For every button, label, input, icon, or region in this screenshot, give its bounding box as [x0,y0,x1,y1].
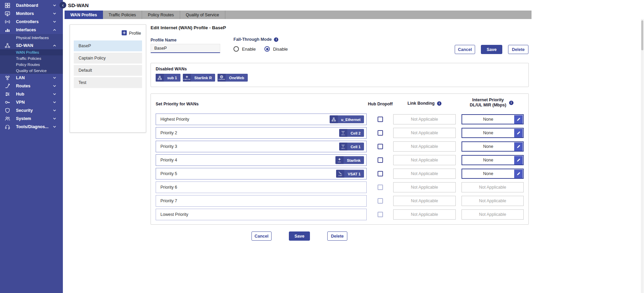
wan-chip-sub1[interactable]: sub 1 [156,74,180,82]
vpn-icon [5,100,10,105]
cancel-button[interactable]: Cancel [455,45,475,54]
profile-list-item-default[interactable]: Default [74,65,142,76]
hub-dropoff-checkbox-disabled [378,198,383,204]
tab-label: WAN Profiles [70,13,97,17]
wan-chip-label: VSAT 1 [344,170,364,178]
sidebar-item-dashboard[interactable]: Dashboard [0,1,63,10]
link-bonding-field: Not Applicable [393,141,456,152]
sidebar-item-system[interactable]: System [0,115,63,123]
chip-icon-caption: VSAT [338,175,342,176]
priority-slot-4[interactable]: Priority 4 LEO Starlink [156,154,367,166]
hub-dropoff-checkbox[interactable] [378,171,383,176]
hub-dropoff-checkbox[interactable] [378,157,383,163]
priority-slot-7[interactable]: Priority 7 [156,195,367,207]
radio-disable-label: Disable [273,47,288,52]
priority-section: Set Priority for WANs Hub Dropoff Link B… [151,93,529,225]
delete-button[interactable]: Delete [508,45,528,54]
sidebar-item-label: Interfaces [16,28,36,32]
tab-traffic-policies[interactable]: Traffic Policies [103,11,142,19]
info-icon[interactable]: i [509,101,514,105]
sidebar-item-wan-profiles[interactable]: WAN Profiles [0,49,63,55]
add-profile-button[interactable]: Profile [122,30,141,36]
cancel-button[interactable]: Cancel [251,231,272,241]
sidebar-item-routes[interactable]: Routes [0,82,63,90]
wan-chip-cell-2[interactable]: CELL Cell 2 [339,129,364,137]
wan-chip-vsat-1[interactable]: VSAT VSAT 1 [336,170,364,178]
sidebar-item-interfaces[interactable]: Interfaces [0,26,63,34]
mir-field: Not Applicable [462,209,524,220]
wan-chip-label: u_Ethernet [338,116,364,123]
priority-slot-2[interactable]: Priority 2 CELL Cell 2 [156,127,367,139]
disabled-wans-title: Disabled WANs [156,67,187,71]
save-button[interactable]: Save [289,231,310,241]
sidebar-item-lan[interactable]: LAN [0,74,63,82]
sidebar-item-security[interactable]: Security [0,106,63,115]
tab-policy-routes[interactable]: Policy Routes [142,11,180,19]
mir-value: Not Applicable [462,212,523,217]
sidebar-item-vpn[interactable]: VPN [0,98,63,106]
sidebar-item-label: VPN [16,100,25,105]
profile-list-item-captain-policy[interactable]: Captain Policy [74,53,142,64]
priority-label: Lowest Priority [160,212,188,217]
priority-slot-6[interactable]: Priority 6 [156,182,367,193]
wan-chip-label: Starlink R [191,74,215,82]
sidebar-item-policy-routes[interactable]: Policy Routes [0,62,63,68]
controllers-icon [5,19,10,24]
priority-slot-lowest[interactable]: Lowest Priority [156,209,367,220]
sidebar-item-quality-of-service[interactable]: Quality of Service [0,68,63,74]
profile-list-item-test[interactable]: Test [74,77,142,88]
scrollbar-thumb[interactable] [641,20,643,50]
chevron-down-icon [53,118,56,120]
info-icon[interactable]: i [437,101,441,106]
delete-button[interactable]: Delete [327,231,347,241]
sidebar-item-label: System [16,116,31,121]
tab-quality-of-service[interactable]: Quality of Service [180,11,225,19]
priority-row: Priority 4 LEO Starlink Not Applicable N… [151,154,528,166]
info-icon[interactable]: i [274,37,278,42]
edit-pencil-button[interactable] [514,156,523,165]
wan-chip-starlink-r[interactable]: STARLINK Starlink R [183,74,215,82]
profile-list-item-basep[interactable]: BaseP [74,40,142,51]
priority-slot-5[interactable]: Priority 5 VSAT VSAT 1 [156,168,367,179]
chevron-down-icon [53,126,56,128]
mir-field: Not Applicable [462,182,524,192]
edit-pencil-button[interactable] [514,142,523,151]
wan-chip-u-ethernet[interactable]: u_Ethernet [330,116,364,123]
edit-pencil-button[interactable] [514,129,523,137]
collapse-sidebar-button[interactable]: ‹ [59,2,66,8]
mir-field: None [462,169,524,179]
radio-enable[interactable] [233,46,239,52]
starlink-icon: STARLINK [183,74,191,82]
wan-chip-starlink[interactable]: LEO Starlink [335,156,364,164]
edit-pencil-button[interactable] [514,170,523,178]
priority-slot-highest[interactable]: Highest Priority u_Ethernet [156,114,367,125]
profile-item-label: Default [79,68,92,73]
sidebar-item-hub[interactable]: Hub [0,90,63,98]
edit-pencil-button[interactable] [514,115,523,124]
sidebar-item-physical-interfaces[interactable]: Physical Interfaces [0,34,63,41]
wan-chip-cell-1[interactable]: CELL Cell 1 [339,143,364,151]
sidebar-item-label: Hub [16,92,24,97]
hub-dropoff-checkbox[interactable] [378,117,383,122]
sidebar-item-tools-diagnostics[interactable]: Tools/Diagnos... [0,123,63,131]
satellite-icon: LEO [335,156,344,164]
hub-dropoff-checkbox[interactable] [378,144,383,149]
sidebar-item-sd-wan[interactable]: SD-WAN [0,41,63,49]
hub-dropoff-checkbox[interactable] [378,130,383,136]
sidebar-item-traffic-policies[interactable]: Traffic Policies [0,55,63,62]
profile-list: BaseP Captain Policy Default Test [74,40,142,88]
sidebar-item-controllers[interactable]: Controllers [0,18,63,26]
sidebar-item-monitors[interactable]: Monitors [0,10,63,18]
tab-wan-profiles[interactable]: WAN Profiles [65,11,103,19]
priority-slot-3[interactable]: Priority 3 CELL Cell 1 [156,141,367,152]
sidebar-item-label: SD-WAN [16,43,33,48]
profile-name-input[interactable] [151,44,220,53]
chevron-down-icon [53,21,56,23]
save-button[interactable]: Save [481,45,502,54]
priority-label: Priority 3 [160,144,177,149]
sidebar-item-label: Dashboard [16,3,38,8]
mir-field: None [462,155,524,165]
hub-dropoff-checkbox-disabled [378,185,383,190]
wan-chip-oneweb[interactable]: ONEWEB OneWeb [217,74,247,82]
radio-disable[interactable] [264,46,270,52]
